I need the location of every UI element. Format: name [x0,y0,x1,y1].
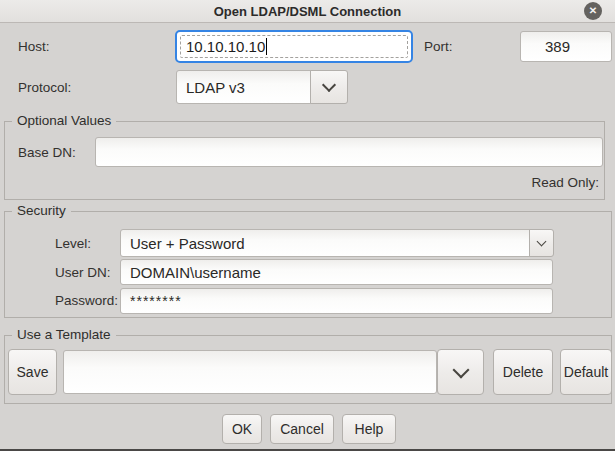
default-button[interactable]: Default [560,349,612,395]
ok-button[interactable]: OK [222,414,262,444]
delete-button-label: Delete [503,364,543,380]
window-title: Open LDAP/DSML Connection [214,4,402,19]
security-level-select[interactable]: User + Password [120,229,530,257]
protocol-dropdown-button[interactable] [310,70,348,104]
titlebar: Open LDAP/DSML Connection ✕ [0,0,615,23]
protocol-select[interactable]: LDAP v3 [176,70,311,104]
host-value: 10.10.10.10 [177,38,265,55]
template-title: Use a Template [12,327,116,342]
password-label: Password: [55,293,118,308]
password-value: ******** [121,293,182,309]
user-dn-label: User DN: [55,265,111,280]
host-label: Host: [18,39,50,54]
port-input[interactable]: 389 [520,31,612,62]
optional-values-title: Optional Values [12,113,116,128]
chevron-down-icon [452,362,469,379]
port-value: 389 [521,38,570,55]
security-title: Security [12,203,71,218]
close-button[interactable]: ✕ [584,2,602,20]
template-select[interactable] [63,350,437,394]
template-dropdown-button[interactable] [437,349,484,395]
ok-button-label: OK [232,421,252,437]
user-dn-input[interactable]: DOMAIN\username [120,259,553,285]
chevron-down-icon [537,236,547,246]
base-dn-input[interactable] [95,137,603,167]
chevron-down-icon [322,78,336,92]
base-dn-label: Base DN: [18,145,76,160]
default-button-label: Default [564,364,608,380]
protocol-label: Protocol: [18,80,71,95]
password-input[interactable]: ******** [120,288,553,314]
save-button[interactable]: Save [8,349,57,395]
cancel-button[interactable]: Cancel [270,414,334,444]
help-button-label: Help [355,421,384,437]
save-button-label: Save [17,364,49,380]
security-level-dropdown-button[interactable] [529,229,554,257]
cancel-button-label: Cancel [280,421,324,437]
security-level-value: User + Password [121,235,245,252]
delete-button[interactable]: Delete [493,349,553,395]
user-dn-value: DOMAIN\username [121,264,261,281]
port-label: Port: [424,39,453,54]
text-cursor [266,38,267,55]
open-ldap-connection-dialog: Open LDAP/DSML Connection ✕ Host: 10.10.… [0,0,615,451]
host-input[interactable]: 10.10.10.10 [175,30,413,63]
close-icon: ✕ [589,6,597,16]
read-only-label: Read Only: [531,175,599,190]
level-label: Level: [55,236,91,251]
help-button[interactable]: Help [342,414,396,444]
protocol-value: LDAP v3 [177,79,245,96]
